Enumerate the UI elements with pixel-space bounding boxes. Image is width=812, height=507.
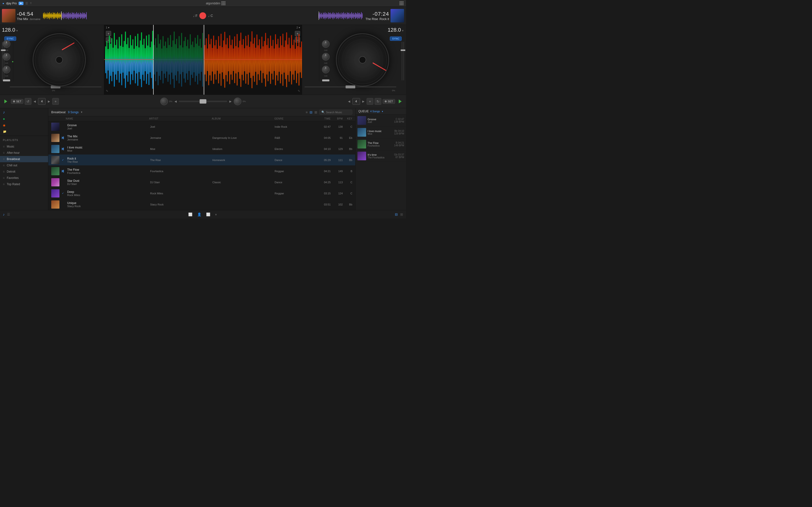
svg-rect-158: [174, 32, 175, 88]
list-icon-chill-out: ≡: [3, 164, 5, 167]
svg-rect-29: [69, 13, 70, 18]
channel-fader-left[interactable]: [3, 79, 10, 81]
track-row[interactable]: Star Dust DJ Starr DJ Starr Classic Danc…: [48, 177, 355, 188]
loop-back-right[interactable]: ↻: [374, 98, 382, 105]
svg-rect-76: [342, 12, 342, 19]
channel-fader-right[interactable]: [322, 79, 329, 81]
headphone-btn-right[interactable]: ⌖: [367, 98, 373, 105]
headphone-btn-left[interactable]: ⌖: [52, 98, 59, 105]
arrow-left-left[interactable]: ◀: [33, 99, 37, 104]
track-row[interactable]: Groove Joel Joel Indie Rock 02:47 138 C: [48, 121, 355, 132]
library-icon[interactable]: ⬜: [188, 213, 192, 216]
arrow-left-right[interactable]: ◀: [347, 99, 351, 104]
track-row[interactable]: I love music Moe Moe Idealism Electro 04…: [48, 144, 355, 155]
eq-knob-left-1[interactable]: [3, 40, 10, 48]
sidebar-item-music[interactable]: ≡ Music: [0, 144, 48, 150]
arrow-right-left[interactable]: ▶: [47, 99, 51, 104]
share-icon[interactable]: ⬜: [206, 213, 210, 216]
queue-item-groove[interactable]: Groove Joel C 02:47 138 BPM: [355, 115, 406, 126]
svg-rect-181: [202, 33, 203, 87]
left-fader-handle-2[interactable]: [3, 50, 6, 51]
queue-count[interactable]: 4 Songs: [370, 110, 380, 113]
svg-rect-6: [49, 13, 49, 18]
turntable-right[interactable]: [336, 33, 389, 87]
search-input[interactable]: [326, 111, 350, 114]
profile-icon[interactable]: 👤: [197, 213, 201, 216]
sidebar-item-favorites[interactable]: ≡ Favorites: [0, 175, 48, 181]
sidebar-item-top-rated[interactable]: ≡ Top Rated: [0, 181, 48, 187]
deck-section: 128.0 ▼ SYNC: [0, 25, 406, 95]
sync-btn-right[interactable]: SYNC: [390, 37, 402, 41]
record-button[interactable]: [199, 12, 206, 19]
view-icon-2[interactable]: ⊞: [400, 213, 403, 216]
svg-rect-43: [82, 14, 83, 18]
play-btn-right[interactable]: [396, 98, 404, 105]
grid-view-icon[interactable]: ⠿: [30, 2, 32, 5]
eq-knob-right-3[interactable]: [322, 66, 329, 73]
play-btn-left[interactable]: [2, 98, 10, 105]
svg-rect-30: [70, 13, 71, 18]
set-btn-right[interactable]: SET: [383, 99, 395, 104]
svg-rect-93: [357, 14, 357, 18]
svg-rect-60: [327, 14, 328, 17]
queue-item-ilov[interactable]: I love music Moe Bb 04:10 129 BPM: [355, 126, 406, 138]
queue-item-flow[interactable]: The Flow Fourtastica B 04:21 149 BPM: [355, 138, 406, 150]
track-row[interactable]: The Flow Fourtastica Fourtastica Reggae …: [48, 166, 355, 177]
grid-view-btn[interactable]: ⊞: [314, 110, 317, 114]
svg-rect-15: [57, 13, 57, 18]
svg-rect-28: [68, 12, 69, 19]
view-icon-1[interactable]: ⊟: [395, 213, 398, 216]
song-count[interactable]: 9 Songs: [68, 111, 79, 114]
eq-knob-left-3[interactable]: [3, 66, 10, 73]
eq-knob-left-2[interactable]: [3, 53, 10, 61]
svg-rect-83: [348, 13, 349, 18]
svg-rect-92: [356, 13, 356, 18]
track-row[interactable]: The Mix Jermaine Jermaine Dangerously In…: [48, 132, 355, 144]
sidebar-item-chill-out[interactable]: ≡ Chill out: [0, 162, 48, 169]
sidebar-item-breakbeat[interactable]: ≡ Breakbeat: [0, 156, 48, 162]
arrow-right-right[interactable]: ▶: [361, 99, 365, 104]
svg-rect-54: [322, 14, 323, 17]
brand-grid-icon: [221, 1, 225, 5]
music-note-icon[interactable]: ♪: [3, 213, 5, 216]
right-fader-handle-2[interactable]: [402, 50, 405, 51]
hamburger-icon[interactable]: ☰: [26, 2, 28, 5]
cue-knob-left[interactable]: [160, 98, 168, 105]
set-btn-left[interactable]: SET: [11, 99, 23, 104]
sort-dropdown[interactable]: ▾: [81, 111, 83, 114]
svg-rect-85: [349, 14, 350, 18]
list-icon-favorites: ≡: [3, 176, 5, 180]
sidebar-item-after-hour[interactable]: ≡ After-hour: [0, 150, 48, 156]
cue-label-right: 0%: [243, 100, 246, 103]
list-view-icon[interactable]: ⊟: [310, 110, 312, 114]
svg-rect-8: [50, 13, 51, 18]
crossfader-arrow-left[interactable]: ◀: [173, 99, 177, 104]
queue-icon[interactable]: ☰: [7, 213, 10, 216]
turntable-left[interactable]: [33, 33, 86, 87]
queue-item-its[interactable]: It's time The Fourtastica Gb 03:37 87 BP…: [355, 150, 406, 162]
track-indicator: ✓: [61, 159, 64, 161]
svg-rect-160: [176, 39, 177, 80]
svg-rect-167: [185, 37, 186, 82]
crossfader-handle[interactable]: [200, 99, 206, 104]
cue-knob-right[interactable]: [234, 98, 242, 105]
main-content: Breakbeat 9 Songs ▾ ≡ ⊟ ⊞ 🔍 Name Artist …: [48, 108, 355, 210]
track-row[interactable]: ✓ Deep Rock Miles Rock Miles Reggae 03:1…: [48, 188, 355, 199]
crossfader-arrow-right[interactable]: ▶: [229, 99, 233, 104]
deck-left-bpm: 128.0: [2, 27, 15, 33]
mixer-icon[interactable]: ♦: [215, 213, 217, 216]
loop-back-left[interactable]: ↺: [24, 98, 32, 105]
svg-rect-18: [59, 13, 60, 18]
eq-knob-right-1[interactable]: [322, 40, 329, 48]
track-row[interactable]: ✓ Rock it The Rise The Rise Homework Dan…: [48, 155, 355, 166]
library-section: ♪ ● ◉ 📁 PLAYLISTS ≡ Music ≡ After-hour ≡…: [0, 108, 406, 210]
svg-rect-156: [171, 47, 172, 73]
eq-knob-right-2[interactable]: [322, 53, 329, 61]
apps-icon[interactable]: [400, 1, 404, 5]
key-left-label: F: [196, 14, 198, 18]
track-row[interactable]: Unique Stacy Rock Stacy Rock 03:51 102 B…: [48, 199, 355, 210]
list-options-icon[interactable]: ≡: [306, 110, 308, 114]
svg-rect-264: [203, 59, 302, 60]
sidebar-item-detroit[interactable]: ≡ Detroit: [0, 169, 48, 175]
right-hfader-handle[interactable]: [346, 86, 355, 89]
